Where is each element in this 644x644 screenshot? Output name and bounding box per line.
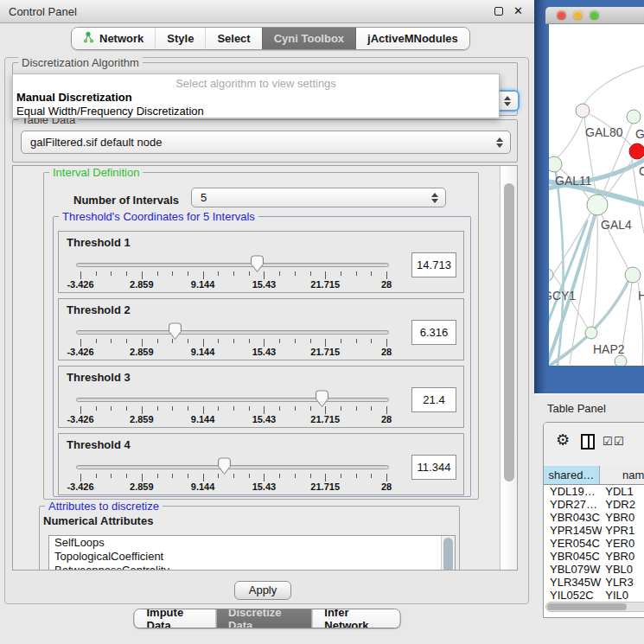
network-node[interactable] [585, 327, 597, 339]
threshold-2-slider-thumb[interactable] [168, 322, 182, 341]
threshold-4-value-field[interactable]: 11.344 [411, 455, 456, 480]
attributes-list-scrollbar[interactable] [441, 536, 455, 571]
table-row[interactable]: YPR145WYPR1 [544, 524, 644, 537]
settings-scroll-panel: Interval Definition Number of Intervals … [12, 165, 518, 571]
network-node[interactable] [549, 269, 553, 281]
threshold-3-label: Threshold 3 [67, 371, 131, 384]
slider-tick-label: 28 [381, 481, 392, 492]
tab-jactivemnodules[interactable]: jActiveMNodules [355, 28, 469, 49]
network-node[interactable] [549, 156, 562, 172]
slider-tick-label: 28 [381, 347, 392, 357]
network-node[interactable] [627, 110, 641, 124]
tab-label: Cyni Toolbox [274, 32, 344, 45]
table-horizontal-scrollbar[interactable] [545, 602, 644, 612]
cell-shared-name: YBL079W [544, 563, 602, 576]
tab-infer-network[interactable]: Infer Network [311, 609, 399, 628]
threshold-1-slider-track[interactable] [76, 263, 389, 267]
table-row[interactable]: YDR27…YDR2 [544, 498, 644, 511]
minimize-traffic-light-icon[interactable] [573, 10, 583, 20]
threshold-4-slider-thumb[interactable] [217, 457, 232, 475]
table-row[interactable]: YER054CYER0 [544, 537, 644, 550]
attributes-to-discretize-label: Attributes to discretize [45, 500, 163, 513]
number-of-intervals-combobox[interactable]: 5 [191, 188, 446, 207]
interval-definition-group: Interval Definition Number of Intervals … [43, 172, 479, 500]
tab-style[interactable]: Style [155, 28, 205, 49]
tab-label: Infer Network [324, 609, 387, 628]
cell-shared-name: YDL19… [544, 485, 602, 498]
table-row[interactable]: YDL19…YDL1 [544, 485, 644, 498]
network-node[interactable] [576, 104, 590, 118]
cell-name: YLR3 [602, 576, 644, 589]
zoom-traffic-light-icon[interactable] [590, 10, 599, 20]
network-node-label: HAP2 [593, 342, 625, 356]
network-canvas[interactable]: GAL80GACGAL11GAL4GCY1HHAP2 [549, 24, 644, 366]
column-header-shared[interactable]: shared… [544, 466, 600, 484]
slider-tick-label: 9.144 [191, 481, 215, 492]
cell-shared-name: YLR345W [544, 576, 602, 589]
network-node-label: C [639, 164, 644, 178]
stepper-arrows-icon [431, 193, 438, 203]
split-pane-icon[interactable] [581, 434, 595, 450]
network-window-titlebar[interactable] [545, 7, 644, 24]
table-row[interactable]: YBR045CYBR0 [544, 550, 644, 563]
slider-tick-label: 2.859 [130, 347, 154, 357]
table-row[interactable]: YBL079WYBL0 [544, 563, 644, 576]
threshold-3-panel: Threshold 3 -3.4262.8599.14415.4321.7152… [58, 366, 464, 428]
table-panel-body: ⚙ ☑ ☑ shared… name YDL19…YDL1YDR27…YDR2Y… [543, 422, 644, 618]
list-item-selfloops[interactable]: SelfLoops [49, 536, 455, 550]
slider-tick-label: 21.715 [310, 279, 340, 290]
threshold-3-slider-thumb[interactable] [315, 390, 329, 408]
network-node[interactable] [629, 143, 644, 159]
threshold-1-value-field[interactable]: 14.713 [411, 252, 456, 277]
close-icon[interactable]: ✕ [513, 4, 523, 17]
cell-name: YDL1 [602, 485, 644, 498]
scrollbar-thumb[interactable] [504, 183, 514, 481]
popup-option-manual-discretization[interactable]: Manual Discretization [16, 91, 132, 104]
gear-icon[interactable]: ⚙ [556, 430, 570, 450]
number-of-intervals-label: Number of Intervals [73, 194, 179, 207]
checkbox-icon[interactable]: ☑ [603, 435, 613, 448]
network-node[interactable] [615, 355, 627, 366]
cell-name: YER0 [602, 537, 644, 550]
control-panel-title: Control Panel [9, 5, 77, 18]
tab-network[interactable]: Network [72, 28, 155, 49]
popup-option-equal-width-frequency[interactable]: Equal Width/Frequency Discretization [16, 105, 204, 118]
threshold-1-slider-thumb[interactable] [250, 255, 265, 273]
table-row[interactable]: YLR345WYLR3 [544, 576, 644, 589]
tab-impute-data[interactable]: Impute Data [135, 609, 216, 628]
threshold-3-slider-track[interactable] [76, 398, 389, 402]
table-row[interactable]: YBR043CYBR0 [544, 511, 644, 524]
tab-select[interactable]: Select [205, 28, 261, 49]
tab-discretize-data[interactable]: Discretize Data [215, 609, 311, 628]
tab-label: Network [99, 32, 143, 45]
thresholds-coordinates-label: Threshold's Coordinates for 5 Intervals [59, 210, 258, 223]
threshold-2-value-field[interactable]: 6.316 [411, 320, 456, 345]
network-node-label: H [638, 289, 644, 303]
bottom-tab-bar: Impute Data Discretize Data Infer Networ… [134, 609, 401, 628]
tab-label: Impute Data [147, 609, 204, 628]
table-data-combobox[interactable]: galFiltered.sif default node [21, 131, 511, 154]
list-item-topologicalcoefficient[interactable]: TopologicalCoefficient [49, 550, 455, 564]
close-traffic-light-icon[interactable] [557, 10, 566, 20]
threshold-1-panel: Threshold 1 -3.4262.8599.14415.4321.7152… [58, 231, 464, 293]
scrollbar-thumb[interactable] [547, 603, 627, 610]
tab-label: jActiveMNodules [367, 32, 458, 45]
network-node[interactable] [587, 194, 608, 215]
settings-vertical-scrollbar[interactable] [500, 166, 518, 570]
list-item-betweennesscentrality[interactable]: BetweennessCentrality [49, 564, 455, 571]
column-header-name[interactable]: name [600, 466, 644, 484]
threshold-2-slider-track[interactable] [76, 330, 389, 335]
algorithm-popup-hint: Select algorithm to view settings [13, 77, 499, 90]
tab-cyni-toolbox[interactable]: Cyni Toolbox [262, 28, 355, 49]
network-node[interactable] [625, 267, 641, 283]
cell-name: YPR1 [602, 524, 644, 537]
apply-button[interactable]: Apply [234, 581, 291, 600]
float-window-icon[interactable] [494, 7, 503, 16]
table-row[interactable]: YIL052CYIL0 [544, 589, 644, 600]
checkbox-icon[interactable]: ☑ [614, 435, 624, 448]
threshold-1-label: Threshold 1 [67, 236, 131, 249]
table-header-row: shared… name [544, 466, 644, 485]
threshold-4-slider-track[interactable] [76, 465, 389, 469]
slider-tick-label: -3.426 [67, 414, 93, 424]
threshold-3-value-field[interactable]: 21.4 [411, 387, 456, 412]
